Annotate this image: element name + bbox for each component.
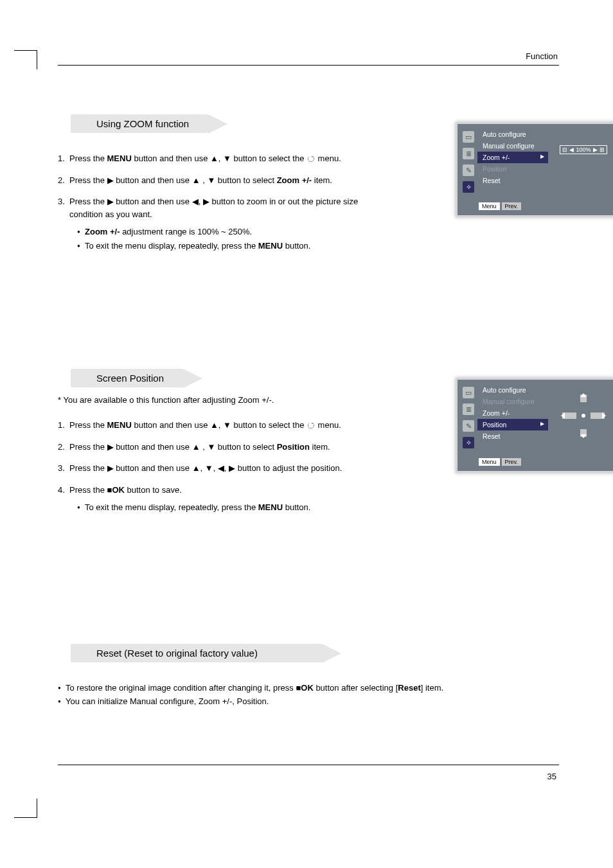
header-rule (58, 65, 559, 66)
position-step-4: 4.Press the ■OK button to save. (58, 484, 386, 497)
crop-mark-top-left (14, 37, 40, 63)
page-number: 35 (547, 772, 556, 781)
osd-menu-button[interactable]: Menu (479, 202, 500, 210)
zoom-bullets: Zoom +/- adjustment range is 100% ~ 250%… (58, 226, 559, 252)
position-bullet-1: To exit the menu display, repeatedly, pr… (77, 501, 559, 514)
osd-position-control[interactable] (548, 384, 613, 448)
osd-icon-3: ✎ (463, 164, 474, 176)
zoom-bullet-1: Zoom +/- adjustment range is 100% ~ 250%… (77, 226, 559, 238)
osd-sidebar-icons: ▭ ≣ ✎ ✧ (459, 384, 477, 448)
footer-rule (58, 765, 559, 765)
zoom-minus-icon[interactable]: ⊟ (562, 146, 567, 153)
osd-footer: MenuPrev. (479, 199, 613, 211)
osd-item-manual[interactable]: Manual configure (477, 140, 548, 152)
right-triangle-icon[interactable]: ▶ (593, 146, 598, 153)
left-triangle-icon[interactable]: ◀ (569, 146, 574, 153)
reset-bullet-2: You can initialize Manual configure, Zoo… (58, 695, 559, 708)
crop-mark-bottom-left (14, 805, 40, 831)
zoom-plus-icon[interactable]: ⊞ (600, 146, 605, 153)
osd-menu-list: Auto configure Manual configure Zoom +/-… (477, 384, 548, 448)
osd-item-auto[interactable]: Auto configure (477, 384, 548, 396)
osd-item-zoom[interactable]: Zoom +/- (477, 407, 548, 419)
osd-footer: MenuPrev. (479, 455, 613, 466)
osd-item-reset[interactable]: Reset (477, 430, 548, 442)
reset-bullet-1: To restore the original image condition … (58, 682, 559, 695)
zoom-value-control[interactable]: ⊟ ◀ 100% ▶ ⊞ (560, 145, 607, 154)
arrows-icon (306, 420, 315, 429)
position-step-2: 2.Press the ▶ button and then use ▲ , ▼ … (58, 441, 386, 454)
osd-item-reset[interactable]: Reset (477, 175, 548, 186)
osd-item-position[interactable]: Position (477, 163, 548, 175)
osd-prev-button[interactable]: Prev. (502, 202, 521, 210)
osd-zoom-control: ⊟ ◀ 100% ▶ ⊞ (548, 128, 613, 193)
osd-item-zoom[interactable]: Zoom +/- (477, 152, 548, 163)
osd-icon-4: ✧ (463, 437, 474, 448)
osd-panel-zoom: ▭ ≣ ✎ ✧ Auto configure Manual configure … (456, 122, 613, 217)
osd-item-position[interactable]: Position (477, 419, 548, 430)
zoom-bullet-2: To exit the menu display, repeatedly, pr… (77, 240, 559, 252)
section-title-position: Screen Position (71, 369, 183, 387)
zoom-step-1: 1.Press the MENU button and then use ▲, … (58, 152, 386, 165)
position-step-1: 1.Press the MENU button and then use ▲, … (58, 419, 386, 432)
position-cross-icon (561, 393, 606, 438)
osd-item-auto[interactable]: Auto configure (477, 128, 548, 140)
reset-bullets: To restore the original image condition … (58, 682, 559, 708)
zoom-value: 100% (576, 146, 591, 153)
position-bullets: To exit the menu display, repeatedly, pr… (58, 501, 559, 514)
osd-panel-position: ▭ ≣ ✎ ✧ Auto configure Manual configure … (456, 378, 613, 473)
zoom-steps: 1.Press the MENU button and then use ▲, … (58, 152, 386, 220)
position-step-3: 3.Press the ▶ button and then use ▲, ▼, … (58, 462, 386, 475)
osd-icon-1: ▭ (463, 387, 474, 398)
section-header: Function (58, 51, 559, 65)
osd-sidebar-icons: ▭ ≣ ✎ ✧ (459, 128, 477, 193)
osd-icon-2: ≣ (463, 148, 474, 159)
arrows-icon (306, 154, 315, 163)
osd-menu-button[interactable]: Menu (479, 458, 500, 466)
section-title-zoom: Using ZOOM function (71, 114, 208, 133)
zoom-step-3: 3.Press the ▶ button and then use ◀, ▶ b… (58, 195, 386, 220)
osd-icon-3: ✎ (463, 420, 474, 432)
position-steps: 1.Press the MENU button and then use ▲, … (58, 419, 386, 496)
osd-icon-4: ✧ (463, 181, 474, 193)
osd-prev-button[interactable]: Prev. (502, 458, 521, 466)
zoom-step-2: 2.Press the ▶ button and then use ▲ , ▼ … (58, 174, 386, 187)
osd-item-manual[interactable]: Manual configure (477, 396, 548, 407)
section-title-reset: Reset (Reset to original factory value) (71, 644, 322, 662)
svg-point-8 (582, 414, 585, 418)
osd-icon-2: ≣ (463, 403, 474, 415)
osd-menu-list: Auto configure Manual configure Zoom +/-… (477, 128, 548, 193)
osd-icon-1: ▭ (463, 131, 474, 143)
